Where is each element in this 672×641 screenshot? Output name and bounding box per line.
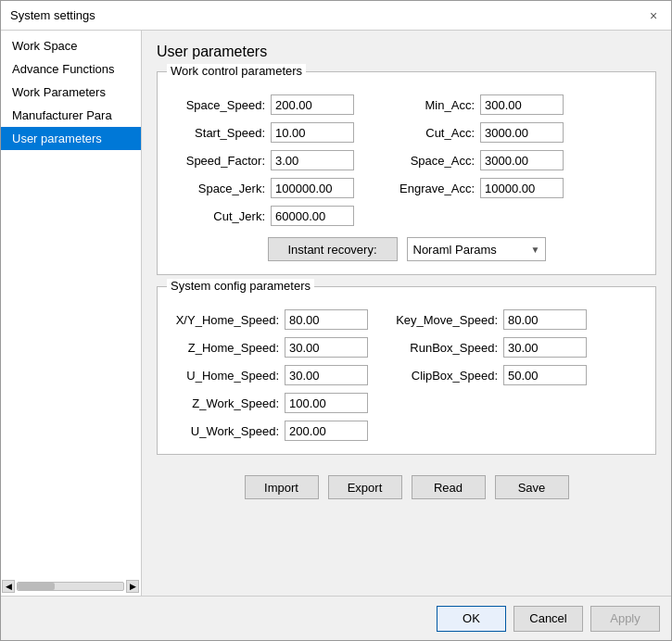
sidebar-item-manufacturer[interactable]: Manufacturer Para	[1, 104, 141, 127]
scroll-right-arrow[interactable]: ▶	[126, 580, 139, 593]
work-control-left-col: Space_Speed: Start_Speed: Speed_Factor:	[172, 94, 354, 226]
param-row-runbox: RunBox_Speed:	[396, 337, 587, 358]
work-control-params: Space_Speed: Start_Speed: Speed_Factor:	[172, 94, 640, 226]
dropdown-wrapper: Noraml Params High Speed High Precision …	[407, 237, 546, 261]
input-cut-jerk[interactable]	[271, 206, 354, 226]
label-z-home: Z_Home_Speed:	[172, 341, 279, 355]
sidebar-item-workparams[interactable]: Work Parameters	[1, 81, 141, 104]
param-row-u-work: U_Work_Speed:	[172, 421, 368, 441]
sidebar-item-workspace[interactable]: Work Space	[1, 34, 141, 57]
sidebar-item-userparams[interactable]: User parameters	[1, 127, 141, 150]
export-button[interactable]: Export	[328, 475, 402, 499]
sidebar-item-advance[interactable]: Advance Functions	[1, 57, 141, 81]
label-runbox: RunBox_Speed:	[396, 341, 498, 355]
instant-recovery-button[interactable]: Instant recovery:	[268, 237, 398, 261]
work-control-title: Work control parameters	[167, 64, 306, 78]
footer-buttons: Import Export Read Save	[157, 466, 656, 512]
system-settings-window: System settings × Work Space Advance Fun…	[0, 0, 672, 641]
label-clipbox: ClipBox_Speed:	[396, 369, 498, 383]
label-start-speed: Start_Speed:	[172, 126, 265, 140]
read-button[interactable]: Read	[412, 475, 486, 499]
label-u-home: U_Home_Speed:	[172, 369, 279, 383]
label-min-acc: Min_Acc:	[391, 98, 475, 112]
param-row-key-move: Key_Move_Speed:	[396, 309, 587, 330]
label-cut-jerk: Cut_Jerk:	[172, 209, 265, 223]
label-cut-acc: Cut_Acc:	[391, 126, 475, 140]
input-xy-home[interactable]	[285, 309, 368, 330]
cancel-button[interactable]: Cancel	[514, 606, 583, 632]
input-u-home[interactable]	[285, 365, 368, 385]
label-speed-factor: Speed_Factor:	[172, 154, 265, 168]
scroll-left-arrow[interactable]: ◀	[2, 580, 15, 593]
input-z-home[interactable]	[285, 337, 368, 358]
input-engrave-acc[interactable]	[480, 178, 564, 198]
apply-button[interactable]: Apply	[590, 606, 660, 632]
input-space-acc[interactable]	[480, 150, 564, 170]
scrollbar-track[interactable]	[17, 582, 124, 591]
bottom-bar: OK Cancel Apply	[1, 596, 671, 640]
sidebar: Work Space Advance Functions Work Parame…	[1, 31, 142, 596]
param-row-u-home: U_Home_Speed:	[172, 365, 368, 385]
input-key-move[interactable]	[503, 309, 587, 330]
sidebar-scrollbar[interactable]: ◀ ▶	[1, 578, 141, 595]
import-button[interactable]: Import	[245, 475, 319, 499]
label-key-move: Key_Move_Speed:	[396, 313, 498, 327]
content-area: User parameters Work control parameters …	[142, 31, 671, 596]
param-row-space-jerk: Space_Jerk:	[172, 178, 354, 198]
work-control-right-col: Min_Acc: Cut_Acc: Space_Acc: Engrav	[391, 94, 564, 226]
label-space-acc: Space_Acc:	[391, 154, 475, 168]
input-cut-acc[interactable]	[480, 122, 564, 143]
ok-button[interactable]: OK	[437, 606, 506, 632]
input-u-work[interactable]	[285, 421, 368, 441]
system-config-params: X/Y_Home_Speed: Z_Home_Speed: U_Home_Spe…	[172, 309, 640, 441]
param-row-cut-jerk: Cut_Jerk:	[172, 206, 354, 226]
label-engrave-acc: Engrave_Acc:	[391, 182, 475, 195]
system-config-right-col: Key_Move_Speed: RunBox_Speed: ClipBox_Sp…	[396, 309, 587, 441]
system-config-group: System config parameters X/Y_Home_Speed:…	[157, 286, 656, 455]
label-space-jerk: Space_Jerk:	[172, 182, 265, 195]
label-xy-home: X/Y_Home_Speed:	[172, 313, 279, 327]
label-z-work: Z_Work_Speed:	[172, 396, 279, 410]
instant-recovery-row: Instant recovery: Noraml Params High Spe…	[172, 237, 640, 261]
title-bar: System settings ×	[1, 1, 671, 31]
param-row-clipbox: ClipBox_Speed:	[396, 365, 587, 385]
param-row-z-work: Z_Work_Speed:	[172, 393, 368, 413]
param-row-space-speed: Space_Speed:	[172, 94, 354, 115]
page-title: User parameters	[157, 44, 656, 60]
input-clipbox[interactable]	[503, 365, 587, 385]
param-row-engrave-acc: Engrave_Acc:	[391, 178, 564, 198]
system-config-title: System config parameters	[167, 279, 314, 293]
input-speed-factor[interactable]	[271, 150, 354, 170]
input-runbox[interactable]	[503, 337, 587, 358]
param-row-z-home: Z_Home_Speed:	[172, 337, 368, 358]
window-title: System settings	[10, 8, 95, 22]
close-button[interactable]: ×	[645, 7, 662, 24]
param-row-cut-acc: Cut_Acc:	[391, 122, 564, 143]
scrollbar-thumb	[18, 583, 55, 590]
param-row-xy-home: X/Y_Home_Speed:	[172, 309, 368, 330]
input-space-speed[interactable]	[271, 94, 354, 115]
label-u-work: U_Work_Speed:	[172, 424, 279, 438]
save-button[interactable]: Save	[495, 475, 569, 499]
param-row-start-speed: Start_Speed:	[172, 122, 354, 143]
sidebar-scroll: Work Space Advance Functions Work Parame…	[1, 34, 141, 150]
input-z-work[interactable]	[285, 393, 368, 413]
param-row-speed-factor: Speed_Factor:	[172, 150, 354, 170]
main-content: Work Space Advance Functions Work Parame…	[1, 31, 671, 596]
params-dropdown[interactable]: Noraml Params High Speed High Precision	[407, 237, 546, 261]
input-space-jerk[interactable]	[271, 178, 354, 198]
param-row-min-acc: Min_Acc:	[391, 94, 564, 115]
param-row-space-acc: Space_Acc:	[391, 150, 564, 170]
input-start-speed[interactable]	[271, 122, 354, 143]
system-config-left-col: X/Y_Home_Speed: Z_Home_Speed: U_Home_Spe…	[172, 309, 368, 441]
work-control-group: Work control parameters Space_Speed: Sta…	[157, 71, 656, 275]
input-min-acc[interactable]	[480, 94, 564, 115]
label-space-speed: Space_Speed:	[172, 98, 265, 112]
